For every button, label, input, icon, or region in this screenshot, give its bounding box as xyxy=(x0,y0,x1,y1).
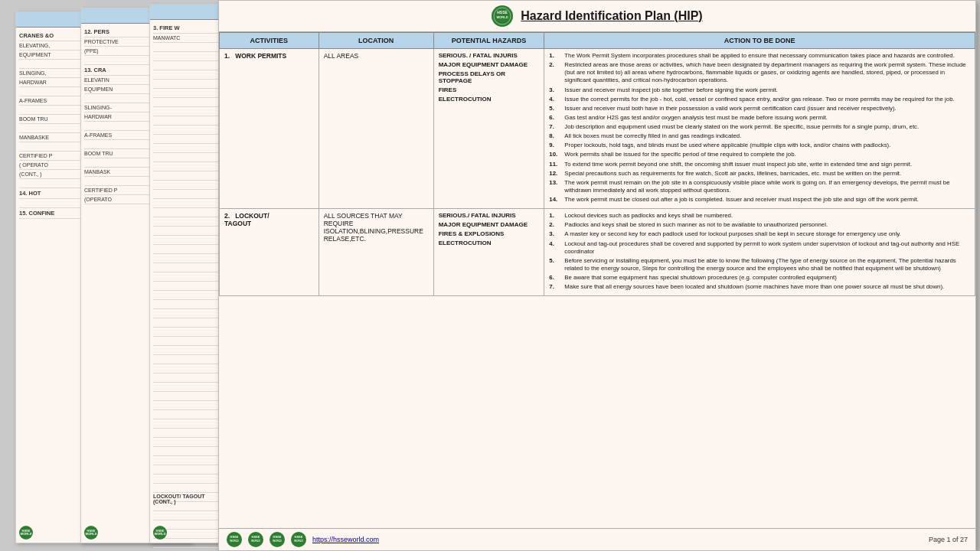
action-item: 2.Padlocks and keys shall be stored in s… xyxy=(549,221,970,229)
hazard-item: ELECTROCUTION xyxy=(439,96,540,103)
action-item: 3.A master key or second key for each pa… xyxy=(549,230,970,238)
action-item: 12.Special precautions such as requireme… xyxy=(549,170,970,178)
main-table: ACTIVITIES LOCATION POTENTIAL HAZARDS AC… xyxy=(219,32,975,296)
footer-logos: HSSE WORLD HSSE WORLD xyxy=(227,532,379,547)
footer-url: https://hsseworld.com xyxy=(312,536,379,543)
svg-text:WORLD: WORLD xyxy=(294,540,303,543)
location-cell-2: ALL SOURCES THAT MAY REQUIRE ISOLATION,B… xyxy=(318,209,433,296)
col-header-activities: ACTIVITIES xyxy=(220,33,319,49)
footer-logo-circle-1: HSSE WORLD xyxy=(227,532,242,547)
action-item: 14.The work permit must be closed out af… xyxy=(549,196,970,204)
hsse-logo-circle: HSSE WORLD xyxy=(492,5,513,27)
page-number: Page 1 of 27 xyxy=(929,536,968,543)
col-header-hazards: POTENTIAL HAZARDS xyxy=(433,33,544,49)
document-title: Hazard Identification Plan (HIP) xyxy=(521,9,702,23)
action-cell-1: 1.The Work Permit System incorporates pr… xyxy=(544,49,975,209)
action-item: 4.Lockout and tag-out procedures shall b… xyxy=(549,240,970,256)
document-header: HSSE WORLD Hazard Identification Plan (H… xyxy=(219,1,975,32)
action-item: 1.The Work Permit System incorporates pr… xyxy=(549,52,970,60)
activity-num-2: 2. LOCKOUT/TAGOUT xyxy=(224,212,270,227)
table-container: ACTIVITIES LOCATION POTENTIAL HAZARDS AC… xyxy=(219,32,975,528)
footer-logo-item: HSSE WORLD xyxy=(227,532,242,547)
action-item: 7.Make sure that all energy sources have… xyxy=(549,283,970,291)
footer-logo-item: HSSE WORLD xyxy=(291,532,306,547)
activity-cell-1: 1. WORK PERMITS xyxy=(220,49,319,209)
activity-num-1: 1. WORK PERMITS xyxy=(224,52,286,60)
svg-text:HSSE: HSSE xyxy=(273,535,282,539)
footer-logo-circle: HSSEWORLD xyxy=(153,526,167,540)
col-header-action: ACTION TO BE DONE xyxy=(544,33,975,49)
hazard-item: SERIOUS./ FATAL INJURIS xyxy=(439,212,540,219)
activity-cell-2: 2. LOCKOUT/TAGOUT xyxy=(220,209,319,296)
footer-logo-circle-2: HSSE WORLD xyxy=(248,532,263,547)
col-header-location: LOCATION xyxy=(318,33,433,49)
table-row: 1. WORK PERMITS ALL AREAS SERIOUS. / FAT… xyxy=(220,49,975,209)
footer-logo-circle: HSSEWORLD xyxy=(19,526,33,540)
svg-text:WORLD: WORLD xyxy=(230,540,239,543)
svg-text:HSSE: HSSE xyxy=(295,535,303,539)
svg-text:WORLD: WORLD xyxy=(497,15,508,19)
svg-text:HSSE: HSSE xyxy=(498,10,508,15)
action-item: 5.Before servicing or installing equipme… xyxy=(549,257,970,272)
hazard-item: ELECTROCUTION xyxy=(439,240,540,246)
footer-logo-item: HSSE WORLD xyxy=(270,532,285,547)
hazard-item: PROCESS DELAYS OR STOPPAGE xyxy=(439,70,540,84)
hazards-cell-2: SERIOUS./ FATAL INJURIS MAJOR EQUIPMENT … xyxy=(433,209,544,296)
footer-logo-circle-4: HSSE WORLD xyxy=(291,532,306,547)
action-item: 9.Proper lockouts, hold tags, and blinds… xyxy=(549,142,970,149)
action-item: 5.Issuer and receiver must both have in … xyxy=(549,105,970,112)
hazard-item: SERIOUS. / FATAL INJURIS xyxy=(439,52,540,59)
svg-text:WORLD: WORLD xyxy=(251,540,260,543)
hazard-item: MAJOR EQUIPMENT DAMAGE xyxy=(439,221,540,228)
location-cell-1: ALL AREAS xyxy=(318,49,433,209)
footer-logo-item: HSSE WORLD xyxy=(248,532,263,547)
action-cell-2: 1.Lockout devices such as padlocks and k… xyxy=(544,209,975,296)
action-item: 10.Work permits shall be issued for the … xyxy=(549,151,970,158)
action-list-2: 1.Lockout devices such as padlocks and k… xyxy=(549,212,970,291)
action-list-1: 1.The Work Permit System incorporates pr… xyxy=(549,52,970,204)
footer-logo-circle: HSSEWORLD xyxy=(84,526,98,540)
hazard-item: FIRES & EXPLOSIONS xyxy=(439,230,540,237)
action-item: 8.All tick boxes must be correctly fille… xyxy=(549,132,970,140)
hazard-item: FIRES xyxy=(439,86,540,93)
hsse-logo: HSSE WORLD xyxy=(492,5,513,27)
hazard-item: MAJOR EQUIPMENT DAMAGE xyxy=(439,61,540,68)
action-item: 1.Lockout devices such as padlocks and k… xyxy=(549,212,970,220)
action-item: 6.Be aware that some equipment has speci… xyxy=(549,274,970,282)
action-item: 7.Job description and equipment used mus… xyxy=(549,123,970,131)
svg-text:WORLD: WORLD xyxy=(273,540,282,543)
action-item: 2.Restricted areas are those areas or ac… xyxy=(549,61,970,84)
svg-text:HSSE: HSSE xyxy=(252,535,260,539)
svg-text:HSSE: HSSE xyxy=(230,535,239,539)
action-item: 11.To extend time work permit beyond one… xyxy=(549,161,970,168)
action-item: 3.Issuer and receiver must inspect job s… xyxy=(549,86,970,94)
action-item: 6.Gas test and/or H2S gas test and/or ox… xyxy=(549,114,970,122)
bg-lockout-text: LOCKOUT/ TAGOUT(CONT., ) xyxy=(153,494,205,504)
table-row: 2. LOCKOUT/TAGOUT ALL SOURCES THAT MAY R… xyxy=(220,209,975,296)
main-document: HSSE WORLD Hazard Identification Plan (H… xyxy=(218,0,976,551)
action-item: 13.The work permit must remain on the jo… xyxy=(549,179,970,194)
document-footer: HSSE WORLD HSSE WORLD xyxy=(219,528,975,550)
footer-logo-circle-3: HSSE WORLD xyxy=(270,532,285,547)
action-item: 4.Issue the correct permits for the job … xyxy=(549,96,970,103)
hazards-cell-1: SERIOUS. / FATAL INJURIS MAJOR EQUIPMENT… xyxy=(433,49,544,209)
